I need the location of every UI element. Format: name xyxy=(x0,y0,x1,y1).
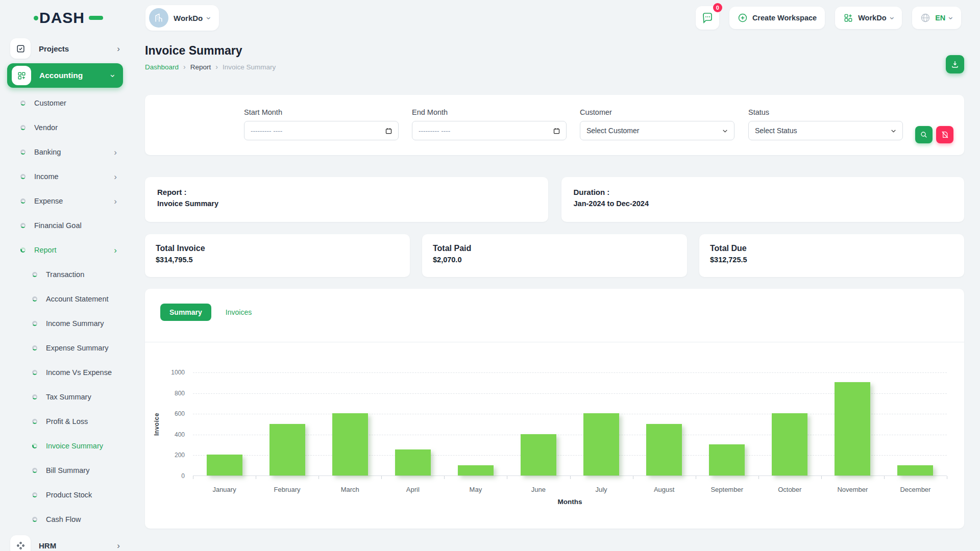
export-download-button[interactable] xyxy=(946,55,964,73)
language-code: EN xyxy=(935,14,945,22)
breadcrumb-report[interactable]: Report xyxy=(190,63,211,71)
logo-dash-icon xyxy=(89,16,103,20)
sidebar-item-income-summary[interactable]: Income Summary xyxy=(0,311,131,336)
y-tick-800: 800 xyxy=(161,390,185,397)
sidebar-item-financial-goal[interactable]: Financial Goal xyxy=(0,213,131,238)
y-tick-200: 200 xyxy=(161,452,185,459)
chevron-down-icon: › xyxy=(109,74,118,77)
bar-june xyxy=(521,434,556,475)
total-paid-card: Total Paid $2,070.0 xyxy=(422,234,687,277)
bullet-icon xyxy=(20,198,26,204)
report-card-label: Report : xyxy=(157,188,536,196)
x-axis-tick xyxy=(884,476,885,479)
bullet-icon xyxy=(32,419,37,424)
chevron-right-icon: › xyxy=(183,63,186,71)
chevron-right-icon: › xyxy=(114,148,117,157)
bar-february xyxy=(270,424,305,476)
bar-october xyxy=(772,413,807,475)
sidebar: Projects › Accounting › Customer Vendor xyxy=(0,36,131,551)
tab-summary[interactable]: Summary xyxy=(160,304,211,321)
sidebar-item-product-stock[interactable]: Product Stock xyxy=(0,483,131,507)
sidebar-item-income-vs-expense[interactable]: Income Vs Expense xyxy=(0,360,131,385)
bullet-icon xyxy=(32,345,37,350)
sidebar-item-expense-summary[interactable]: Expense Summary xyxy=(0,336,131,360)
end-month-input[interactable] xyxy=(412,121,567,140)
language-selector[interactable]: EN › xyxy=(912,7,961,29)
bullet-icon xyxy=(20,101,26,106)
bullet-icon xyxy=(32,517,37,522)
sidebar-item-label: Projects xyxy=(39,44,69,53)
create-workspace-button[interactable]: Create Workspace xyxy=(729,7,825,29)
start-month-input[interactable] xyxy=(244,121,399,140)
hrm-icon xyxy=(10,535,31,551)
sidebar-item-account-statement[interactable]: Account Statement xyxy=(0,287,131,311)
calendar-icon xyxy=(553,127,560,135)
start-month-label: Start Month xyxy=(244,108,399,116)
sidebar-item-tax-summary[interactable]: Tax Summary xyxy=(0,385,131,409)
gridline-600 xyxy=(193,414,947,414)
gridline-200 xyxy=(193,455,947,456)
workspace-switcher[interactable]: WorkDo › xyxy=(835,7,902,29)
sidebar-item-customer[interactable]: Customer xyxy=(0,91,131,115)
x-axis-tick xyxy=(507,476,507,479)
total-invoice-value: $314,795.5 xyxy=(156,256,399,264)
x-label-september: September xyxy=(696,486,758,493)
messages-button[interactable]: 0 xyxy=(696,6,719,30)
sidebar-item-accounting[interactable]: Accounting › xyxy=(7,63,123,88)
customer-select[interactable]: Select Customer xyxy=(580,121,734,140)
x-axis-tick xyxy=(633,476,633,479)
sidebar-item-vendor[interactable]: Vendor xyxy=(0,115,131,140)
chart-tabs: Summary Invoices xyxy=(160,304,252,321)
chat-icon xyxy=(701,12,714,24)
status-select[interactable]: Select Status xyxy=(748,121,903,140)
x-label-june: June xyxy=(507,486,570,493)
chevron-down-icon: › xyxy=(888,16,897,19)
duration-card: Duration : Jan-2024 to Dec-2024 xyxy=(561,177,965,222)
bar-chart-plot: JanuaryFebruaryMarchAprilMayJuneJulyAugu… xyxy=(193,372,947,476)
sidebar-item-profit-loss[interactable]: Profit & Loss xyxy=(0,409,131,434)
sidebar-item-bill-summary[interactable]: Bill Summary xyxy=(0,458,131,483)
bar-september xyxy=(709,444,745,475)
end-month-label: End Month xyxy=(412,108,567,116)
company-switcher[interactable]: WorkDo › xyxy=(145,5,219,31)
tab-invoices[interactable]: Invoices xyxy=(226,308,252,316)
calendar-icon xyxy=(385,127,393,135)
end-month-value[interactable] xyxy=(419,127,560,135)
chevron-down-icon xyxy=(890,128,897,134)
sidebar-item-invoice-summary[interactable]: Invoice Summary xyxy=(0,434,131,458)
start-month-value[interactable] xyxy=(251,127,392,135)
chevron-right-icon: › xyxy=(114,246,117,255)
apply-filter-button[interactable] xyxy=(915,126,933,143)
bullet-icon xyxy=(32,272,37,277)
bullet-icon xyxy=(20,149,26,155)
plus-circle-icon xyxy=(738,13,748,23)
x-label-august: August xyxy=(633,486,696,493)
sidebar-item-income[interactable]: Income › xyxy=(0,164,131,189)
x-axis-tick xyxy=(696,476,696,479)
company-avatar xyxy=(149,8,168,28)
sidebar-item-hrm[interactable]: HRM › xyxy=(0,534,131,551)
accounting-icon xyxy=(12,66,31,85)
bullet-icon xyxy=(20,223,26,228)
x-axis-tick xyxy=(570,476,571,479)
x-axis-tick xyxy=(758,476,759,479)
sidebar-item-cash-flow[interactable]: Cash Flow xyxy=(0,507,131,532)
breadcrumb-dashboard[interactable]: Dashboard xyxy=(145,63,179,71)
x-axis-tick xyxy=(821,476,822,479)
chevron-down-icon xyxy=(722,128,728,134)
sidebar-item-transaction[interactable]: Transaction xyxy=(0,262,131,287)
sidebar-item-report[interactable]: Report › xyxy=(0,238,131,262)
x-label-march: March xyxy=(318,486,381,493)
reset-filter-button[interactable] xyxy=(936,126,953,143)
bar-november xyxy=(835,382,870,475)
sidebar-item-label: HRM xyxy=(39,541,56,550)
report-card: Report : Invoice Summary xyxy=(145,177,548,222)
logo[interactable]: DASH xyxy=(0,9,131,27)
bar-december xyxy=(897,465,933,475)
sidebar-item-projects[interactable]: Projects › xyxy=(0,37,131,60)
sidebar-item-expense[interactable]: Expense › xyxy=(0,189,131,213)
sidebar-item-banking[interactable]: Banking › xyxy=(0,140,131,164)
duration-card-label: Duration : xyxy=(574,188,952,196)
x-axis-tick xyxy=(193,476,193,479)
chevron-right-icon: › xyxy=(114,197,117,206)
